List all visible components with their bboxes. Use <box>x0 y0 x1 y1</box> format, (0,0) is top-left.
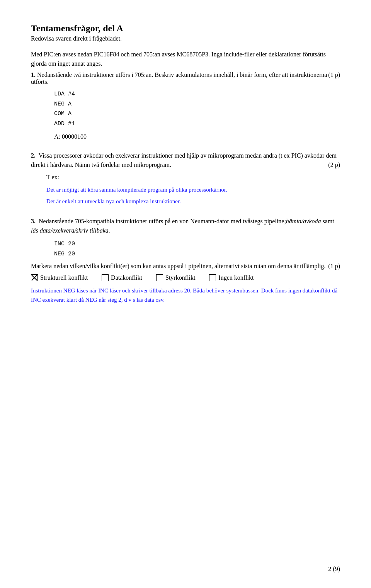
question-3-italic1: hämta/avkoda <box>286 218 321 224</box>
question-3-number: 3. <box>31 218 36 224</box>
conflict-styr: Styrkonflikt <box>156 274 195 281</box>
code-line-1: LDA #4 <box>54 89 340 99</box>
question-3-end: . <box>109 227 110 234</box>
question-3-section: 3. Nedanstående 705-kompatibla instrukti… <box>31 217 340 304</box>
conflict-options: Strukturell konflikt Datakonflikt Styrko… <box>31 274 340 281</box>
checkmark-icon <box>31 275 37 281</box>
question-3-points: (1 p) <box>328 263 340 270</box>
intro-text: Med PIC:en avses nedan PIC16F84 och med … <box>31 50 340 68</box>
checkbox-strukturell <box>31 274 38 281</box>
question-1-code: LDA #4 NEG A COM A ADD #1 <box>54 89 340 129</box>
question-1-section: (1 p) 1. Nedanstående två instruktioner … <box>31 71 340 140</box>
question-3-italic2: läs data/exekvera/skriv tillbaka <box>31 227 109 234</box>
question-2-tex: T ex: <box>46 173 340 182</box>
code-line-2: NEG A <box>54 99 340 109</box>
question-2-section: 2. Vissa processorer avkodar och exekver… <box>31 151 340 206</box>
checkbox-ingen <box>209 274 216 281</box>
code-line-3: COM A <box>54 109 340 119</box>
question-2-number: 2. <box>31 152 36 159</box>
question-3-text2: Markera nedan vilken/vilka konflikt(er) … <box>31 263 325 269</box>
conflict-strukturell-label: Strukturell konflikt <box>40 274 88 281</box>
checkbox-styr <box>156 274 163 281</box>
conflict-data: Datakonflikt <box>102 274 142 281</box>
question-3-mid: samt <box>321 218 334 224</box>
conflict-ingen-label: Ingen konflikt <box>218 274 254 281</box>
question-3-answer: Instruktionen NEG läses när INC läser oc… <box>31 286 340 304</box>
question-2-points: (2 p) <box>328 160 340 170</box>
question-1-points: (1 p) <box>328 71 340 78</box>
question-1-header: (1 p) 1. Nedanstående två instruktioner … <box>31 71 340 85</box>
conflict-data-label: Datakonflikt <box>111 274 142 281</box>
question-2-text: 2. Vissa processorer avkodar och exekver… <box>31 151 340 170</box>
conflict-ingen: Ingen konflikt <box>209 274 254 281</box>
question-3-text1: Nedanstående 705-kompatibla instruktione… <box>39 218 286 224</box>
q3-code-line-1: INC 20 <box>54 239 340 249</box>
page-subtitle: Redovisa svaren direkt i frågebladet. <box>31 35 340 42</box>
question-1-text: Nedanstående två instruktioner utförs i … <box>31 71 327 85</box>
conflict-styr-label: Styrkonflikt <box>165 274 195 281</box>
question-2-answer1: Det är möjligt att köra samma kompilerad… <box>46 185 340 194</box>
question-2-body: Vissa processorer avkodar och exekverar … <box>31 152 337 168</box>
page-title: Tentamensfrågor, del A <box>31 23 340 34</box>
page-number: 2 (9) <box>328 566 340 573</box>
question-1-number: 1. Nedanstående två instruktioner utförs… <box>31 71 327 85</box>
question-3-code: INC 20 NEG 20 <box>54 239 340 259</box>
question-2-answer2: Det är enkelt att utveckla nya och kompl… <box>46 197 340 206</box>
question-3-conflict-header: (1 p) Markera nedan vilken/vilka konflik… <box>31 263 340 270</box>
conflict-strukturell: Strukturell konflikt <box>31 274 88 281</box>
checkbox-data <box>102 274 109 281</box>
q3-code-line-2: NEG 20 <box>54 249 340 259</box>
code-line-4: ADD #1 <box>54 119 340 129</box>
question-3-intro: 3. Nedanstående 705-kompatibla instrukti… <box>31 217 340 235</box>
question-1-answer: A: 00000100 <box>54 133 340 140</box>
